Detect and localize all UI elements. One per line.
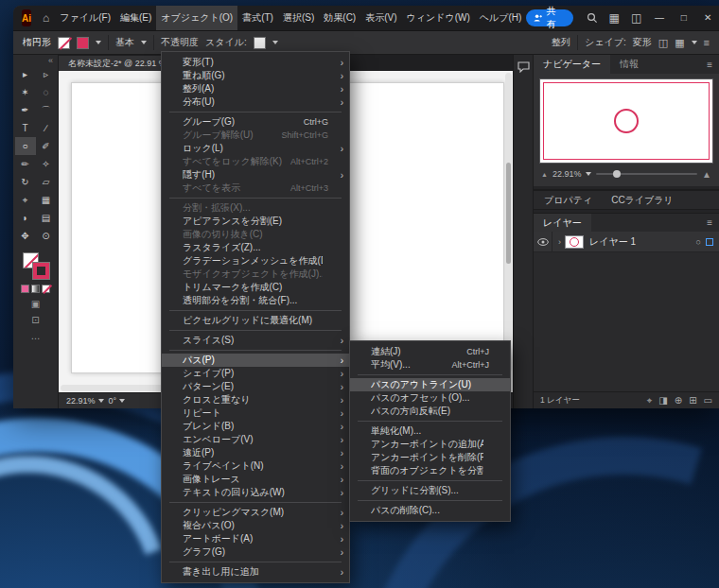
menu-item-expand[interactable]: 分割・拡張(X)...: [162, 201, 349, 215]
chevron-down-icon[interactable]: [96, 41, 101, 44]
expand-icon[interactable]: ›: [552, 237, 565, 247]
menubar-edit[interactable]: 編集(E): [115, 6, 156, 30]
menu-item-blend[interactable]: ブレンド(B) ›: [162, 420, 349, 433]
menu-item-artboards[interactable]: アートボード(A) ›: [162, 532, 349, 545]
shaper-tool[interactable]: ✧: [36, 155, 57, 173]
selection-tool[interactable]: ▸: [15, 65, 36, 83]
menu-item-pattern[interactable]: パターン(E) ›: [162, 380, 349, 393]
menu-item-gradient-mesh[interactable]: グラデーションメッシュを作成(D)...: [162, 254, 349, 268]
hand-tool[interactable]: ✥: [15, 227, 36, 245]
width-tool[interactable]: ⌖: [15, 191, 36, 209]
document-tab[interactable]: 名称未設定-2* @ 22.91 %: [59, 56, 177, 71]
menubar-object[interactable]: オブジェクト(O): [156, 6, 237, 30]
submenu-item-split-grid[interactable]: グリッドに分割(S)...: [350, 484, 510, 497]
menu-item-perspective[interactable]: 遠近(P) ›: [162, 446, 349, 459]
menu-item-align[interactable]: 整列(A) ›: [162, 82, 349, 95]
align-label[interactable]: 整列: [552, 36, 570, 49]
scale-tool[interactable]: ▱: [36, 173, 57, 191]
paintbrush-tool[interactable]: ✐: [36, 137, 57, 155]
submenu-item-add-anchor[interactable]: アンカーポイントの追加(A): [350, 438, 510, 451]
menu-item-slice[interactable]: スライス(S) ›: [162, 334, 349, 347]
pen-tool[interactable]: ✒: [15, 101, 36, 119]
menubar-help[interactable]: ヘルプ(H): [475, 6, 527, 30]
zoom-slider[interactable]: [596, 173, 697, 175]
zoom-out-icon[interactable]: ▲: [541, 171, 548, 178]
delete-layer-icon[interactable]: ▭: [704, 395, 712, 406]
gradient-button[interactable]: [31, 285, 40, 293]
menu-item-rasterize[interactable]: ラスタライズ(Z)...: [162, 241, 349, 254]
panel-menu-icon[interactable]: ≡: [704, 37, 710, 48]
tab-properties[interactable]: プロパティ: [544, 194, 592, 207]
zoom-tool[interactable]: ⊙: [36, 227, 57, 245]
menu-item-repeat[interactable]: リピート ›: [162, 406, 349, 420]
menubar-window[interactable]: ウィンドウ(W): [402, 6, 475, 30]
fill-color-swatch[interactable]: [58, 37, 70, 49]
comment-icon[interactable]: [517, 61, 530, 73]
submenu-item-average[interactable]: 平均(V)... Alt+Ctrl+J: [350, 358, 510, 372]
free-transform-tool[interactable]: ▦: [36, 191, 57, 209]
target-icon[interactable]: ○: [696, 237, 701, 247]
vertical-scrollbar[interactable]: [505, 73, 512, 372]
selection-indicator[interactable]: [706, 238, 713, 246]
gradient-tool[interactable]: ▤: [36, 209, 57, 227]
submenu-item-offset-path[interactable]: パスのオフセット(O)...: [350, 391, 510, 405]
navigator-preview[interactable]: [539, 78, 713, 164]
tab-cc-libraries[interactable]: CCライブラリ: [611, 194, 674, 207]
zoom-in-icon[interactable]: ▲: [702, 169, 711, 180]
line-tool[interactable]: ∕: [36, 119, 57, 137]
layout-icon[interactable]: ◫: [625, 11, 647, 25]
layer-name[interactable]: レイヤー 1: [589, 235, 636, 249]
menu-item-hide[interactable]: 隠す(H) ›: [162, 168, 349, 182]
menu-item-crop-image[interactable]: 画像の切り抜き(C): [162, 228, 349, 241]
toolbar-overflow-icon[interactable]: …: [31, 331, 41, 341]
submenu-item-join[interactable]: 連結(J) Ctrl+J: [350, 345, 510, 358]
workspace-icon[interactable]: ▦: [604, 11, 625, 25]
lasso-tool[interactable]: ◌: [36, 83, 57, 101]
menubar-file[interactable]: ファイル(F): [55, 6, 115, 30]
transform-link[interactable]: 変形: [633, 36, 652, 49]
menu-item-mosaic[interactable]: モザイクオブジェクトを作成(J)...: [162, 268, 349, 281]
menu-item-graph[interactable]: グラフ(G) ›: [162, 545, 349, 559]
menu-item-live-paint[interactable]: ライブペイント(N) ›: [162, 459, 349, 473]
menu-item-pixel-perfect[interactable]: ピクセルグリッドに最適化(M): [162, 314, 349, 327]
menu-item-image-trace[interactable]: 画像トレース ›: [162, 473, 349, 486]
fill-stroke-control[interactable]: [23, 252, 49, 279]
menubar-type[interactable]: 書式(T): [237, 6, 278, 30]
grid-icon[interactable]: ▦: [675, 37, 684, 49]
stroke-color-swatch[interactable]: [77, 37, 89, 49]
panel-menu-icon[interactable]: ≡: [707, 217, 719, 228]
zoom-slider-knob[interactable]: [613, 170, 621, 178]
maximize-button[interactable]: □: [672, 6, 696, 30]
tab-layers[interactable]: レイヤー: [534, 214, 591, 233]
menu-item-arrange[interactable]: 重ね順(G) ›: [162, 69, 349, 82]
new-layer-icon[interactable]: ⊞: [689, 395, 696, 406]
menubar-view[interactable]: 表示(V): [360, 6, 401, 30]
minimize-button[interactable]: —: [647, 6, 672, 30]
style-swatch[interactable]: [254, 37, 266, 49]
artboard-tool-icon[interactable]: ⊡: [31, 315, 39, 325]
menu-item-trim-marks[interactable]: トリムマークを作成(C): [162, 281, 349, 294]
menu-item-intertwine[interactable]: クロスと重なり ›: [162, 393, 349, 406]
menu-item-collect-for-export[interactable]: 書き出し用に追加 ›: [162, 565, 349, 579]
menu-item-show-all[interactable]: すべてを表示 Alt+Ctrl+3: [162, 182, 349, 195]
menubar-effect[interactable]: 効果(C): [319, 6, 360, 30]
submenu-item-reverse-path[interactable]: パスの方向反転(E): [350, 405, 510, 418]
scrollbar-thumb[interactable]: [506, 163, 511, 264]
menu-item-distribute[interactable]: 分布(U) ›: [162, 95, 349, 109]
ellipse-tool[interactable]: ○: [15, 137, 36, 155]
menu-item-clipping-mask[interactable]: クリッピングマスク(M) ›: [162, 506, 349, 519]
stroke-indicator[interactable]: [33, 263, 49, 279]
chevron-down-icon[interactable]: [586, 172, 591, 176]
curvature-tool[interactable]: ⌒: [36, 101, 57, 119]
menu-item-shape[interactable]: シェイプ(P) ›: [162, 367, 349, 380]
tab-info[interactable]: 情報: [610, 55, 648, 74]
pencil-tool[interactable]: ✏: [15, 155, 36, 173]
clipping-mask-icon[interactable]: ◨: [658, 395, 667, 406]
zoom-control[interactable]: 22.91%: [66, 396, 104, 406]
menu-item-path[interactable]: パス(P) ›: [162, 354, 349, 367]
opacity-label[interactable]: 不透明度: [161, 36, 199, 49]
layer-row[interactable]: › レイヤー 1 ○: [534, 232, 719, 252]
close-button[interactable]: ✕: [695, 6, 719, 30]
menu-item-envelope[interactable]: エンベロープ(V) ›: [162, 433, 349, 446]
search-icon[interactable]: [581, 12, 604, 24]
